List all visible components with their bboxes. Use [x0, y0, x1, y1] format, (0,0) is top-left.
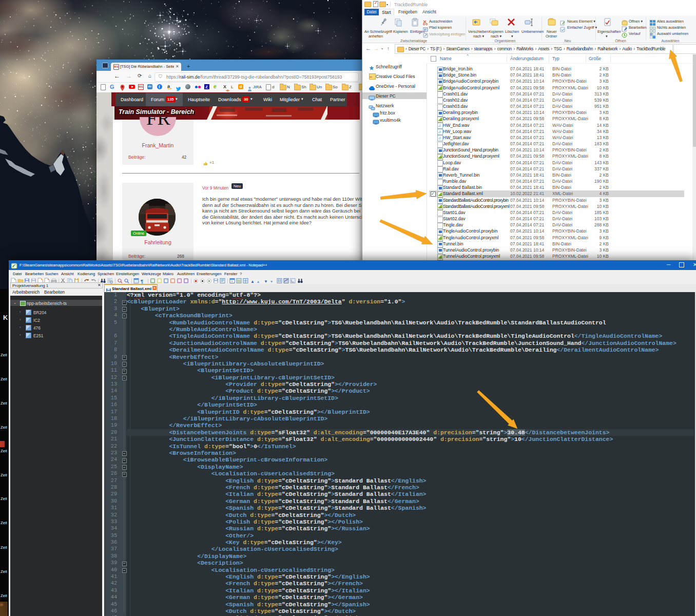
svg-text:¶: ¶ — [141, 279, 143, 284]
svg-text:▼: ▼ — [264, 279, 268, 284]
svg-text:▲: ▲ — [250, 279, 255, 284]
svg-text:▾: ▾ — [270, 279, 273, 284]
svg-text:▴: ▴ — [257, 279, 259, 284]
